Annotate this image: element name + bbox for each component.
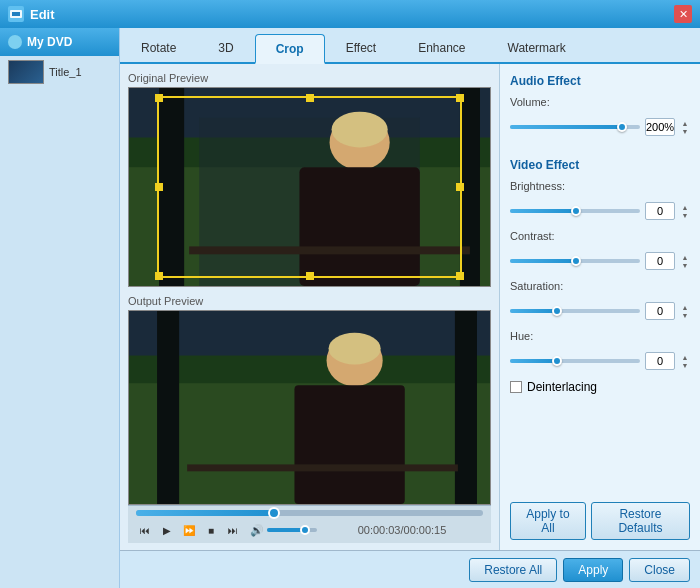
output-video-svg bbox=[129, 311, 490, 504]
close-button[interactable]: ✕ bbox=[674, 5, 692, 23]
hue-value-box: 0 bbox=[645, 352, 675, 370]
thumbnail-0 bbox=[8, 60, 44, 84]
hue-slider-thumb[interactable] bbox=[552, 356, 562, 366]
close-dialog-button[interactable]: Close bbox=[629, 558, 690, 582]
svg-point-10 bbox=[332, 112, 388, 148]
output-preview-label: Output Preview bbox=[128, 295, 491, 307]
volume-up-arrow[interactable]: ▲ bbox=[680, 119, 690, 127]
stop-button[interactable]: ■ bbox=[202, 521, 220, 539]
volume-thumb[interactable] bbox=[300, 525, 310, 535]
saturation-spinner[interactable]: ▲ ▼ bbox=[680, 303, 690, 319]
saturation-up-arrow[interactable]: ▲ bbox=[680, 303, 690, 311]
contrast-slider-row: 0 ▲ ▼ bbox=[510, 252, 690, 270]
volume-label: Volume: bbox=[510, 96, 575, 108]
deinterlacing-checkbox[interactable] bbox=[510, 381, 522, 393]
saturation-slider-track[interactable] bbox=[510, 309, 640, 313]
hue-slider-fill bbox=[510, 359, 556, 363]
volume-slider-thumb[interactable] bbox=[617, 122, 627, 132]
audio-effect-title: Audio Effect bbox=[510, 74, 690, 88]
tab-watermark[interactable]: Watermark bbox=[487, 32, 587, 62]
brightness-up-arrow[interactable]: ▲ bbox=[680, 203, 690, 211]
brightness-spinner[interactable]: ▲ ▼ bbox=[680, 203, 690, 219]
brightness-slider-track[interactable] bbox=[510, 209, 640, 213]
saturation-label-row: Saturation: bbox=[510, 280, 690, 292]
progress-fill bbox=[136, 510, 275, 516]
tab-rotate[interactable]: Rotate bbox=[120, 32, 197, 62]
brightness-slider-row: 0 ▲ ▼ bbox=[510, 202, 690, 220]
tab-bar: Rotate 3D Crop Effect Enhance Watermark bbox=[120, 28, 700, 64]
volume-icon: 🔊 bbox=[250, 524, 264, 537]
hue-slider-track[interactable] bbox=[510, 359, 640, 363]
output-video-bg bbox=[129, 311, 490, 504]
svg-rect-7 bbox=[460, 88, 480, 286]
svg-rect-21 bbox=[187, 464, 458, 471]
fast-forward-button[interactable]: ⏩ bbox=[180, 521, 198, 539]
volume-slider-track[interactable] bbox=[510, 125, 640, 129]
volume-spinner[interactable]: ▲ ▼ bbox=[680, 119, 690, 135]
restore-all-button[interactable]: Restore All bbox=[469, 558, 557, 582]
sidebar-header: My DVD bbox=[0, 28, 119, 56]
volume-slider-row: 200% ▲ ▼ bbox=[510, 118, 690, 136]
saturation-slider-thumb[interactable] bbox=[552, 306, 562, 316]
apply-to-all-button[interactable]: Apply to All bbox=[510, 502, 586, 540]
original-video-bg bbox=[129, 88, 490, 286]
volume-fill bbox=[267, 528, 302, 532]
deinterlacing-row: Deinterlacing bbox=[510, 380, 690, 394]
restore-defaults-button[interactable]: Restore Defaults bbox=[591, 502, 690, 540]
tab-3d[interactable]: 3D bbox=[197, 32, 254, 62]
original-preview-label: Original Preview bbox=[128, 72, 491, 84]
hue-down-arrow[interactable]: ▼ bbox=[680, 361, 690, 369]
sidebar-header-title: My DVD bbox=[27, 35, 72, 49]
tab-crop[interactable]: Crop bbox=[255, 34, 325, 64]
contrast-down-arrow[interactable]: ▼ bbox=[680, 261, 690, 269]
saturation-down-arrow[interactable]: ▼ bbox=[680, 311, 690, 319]
main-container: My DVD Title_1 Rotate 3D Crop Effect Enh… bbox=[0, 28, 700, 588]
hue-spinner[interactable]: ▲ ▼ bbox=[680, 353, 690, 369]
apply-button[interactable]: Apply bbox=[563, 558, 623, 582]
brightness-value-box: 0 bbox=[645, 202, 675, 220]
volume-track[interactable] bbox=[267, 528, 317, 532]
brightness-label: Brightness: bbox=[510, 180, 575, 192]
contrast-spinner[interactable]: ▲ ▼ bbox=[680, 253, 690, 269]
progress-thumb[interactable] bbox=[268, 507, 280, 519]
svg-rect-6 bbox=[159, 88, 184, 286]
dvd-icon bbox=[8, 35, 22, 49]
tab-effect[interactable]: Effect bbox=[325, 32, 397, 62]
skip-to-end-button[interactable]: ⏭ bbox=[224, 521, 242, 539]
brightness-slider-fill bbox=[510, 209, 575, 213]
brightness-label-row: Brightness: bbox=[510, 180, 690, 192]
skip-to-start-button[interactable]: ⏮ bbox=[136, 521, 154, 539]
effect-buttons: Apply to All Restore Defaults bbox=[510, 502, 690, 540]
brightness-slider-thumb[interactable] bbox=[571, 206, 581, 216]
volume-slider-fill bbox=[510, 125, 621, 129]
contrast-slider-track[interactable] bbox=[510, 259, 640, 263]
contrast-slider-fill bbox=[510, 259, 575, 263]
hue-up-arrow[interactable]: ▲ bbox=[680, 353, 690, 361]
bottom-bar: Restore All Apply Close bbox=[120, 550, 700, 588]
contrast-label-row: Contrast: bbox=[510, 230, 690, 242]
hue-label-row: Hue: bbox=[510, 330, 690, 342]
content-area: Rotate 3D Crop Effect Enhance Watermark … bbox=[120, 28, 700, 588]
output-preview-box bbox=[128, 310, 491, 505]
saturation-slider-fill bbox=[510, 309, 556, 313]
play-button[interactable]: ▶ bbox=[158, 521, 176, 539]
title-bar: Edit ✕ bbox=[0, 0, 700, 28]
brightness-down-arrow[interactable]: ▼ bbox=[680, 211, 690, 219]
contrast-slider-thumb[interactable] bbox=[571, 256, 581, 266]
volume-row: Volume: bbox=[510, 96, 690, 108]
svg-rect-12 bbox=[189, 246, 470, 254]
contrast-up-arrow[interactable]: ▲ bbox=[680, 253, 690, 261]
svg-rect-2 bbox=[12, 12, 20, 16]
progress-track[interactable] bbox=[136, 510, 483, 516]
tab-enhance[interactable]: Enhance bbox=[397, 32, 486, 62]
volume-down-arrow[interactable]: ▼ bbox=[680, 127, 690, 135]
playback-bar: ⏮ ▶ ⏩ ■ ⏭ 🔊 00:00:03/00:00:15 bbox=[128, 505, 491, 543]
svg-rect-17 bbox=[455, 311, 477, 504]
content-body: Original Preview bbox=[120, 64, 700, 550]
hue-slider-row: 0 ▲ ▼ bbox=[510, 352, 690, 370]
app-icon bbox=[8, 6, 24, 22]
saturation-slider-row: 0 ▲ ▼ bbox=[510, 302, 690, 320]
controls-panel: Audio Effect Volume: 200% ▲ ▼ bbox=[500, 64, 700, 550]
svg-rect-20 bbox=[294, 385, 404, 504]
sidebar-item-0[interactable]: Title_1 bbox=[0, 56, 119, 88]
